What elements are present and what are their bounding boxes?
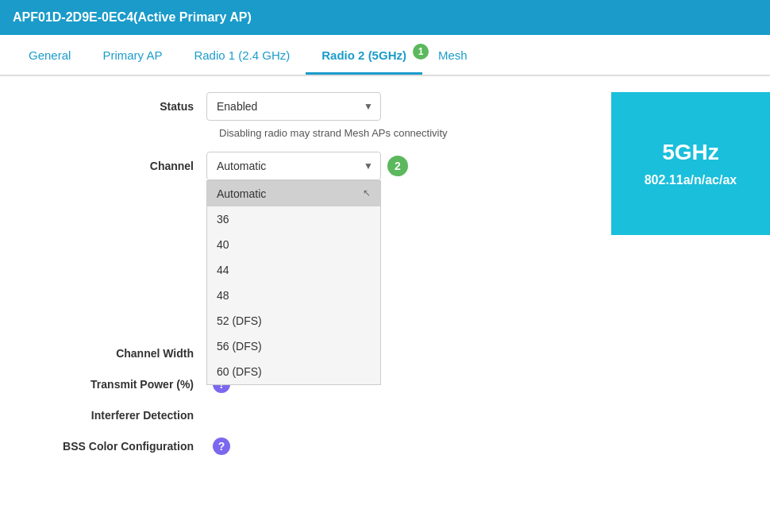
channel-select[interactable]: Automatic (206, 152, 381, 180)
interferer-detection-label: Interferer Detection (32, 409, 206, 422)
channel-option-60-dfs[interactable]: 60 (DFS) (207, 359, 380, 384)
channel-option-48[interactable]: 48 (207, 283, 380, 308)
bss-color-row: BSS Color Configuration ? (32, 438, 579, 455)
tab-radio1[interactable]: Radio 1 (2.4 GHz) (178, 37, 306, 73)
status-warning: Disabling radio may strand Mesh APs conn… (219, 127, 579, 139)
app-header: APF01D-2D9E-0EC4(Active Primary AP) (0, 0, 770, 35)
interferer-detection-row: Interferer Detection (32, 409, 579, 422)
bss-color-label: BSS Color Configuration (32, 440, 206, 453)
side-panel-standard: 802.11a/n/ac/ax (645, 173, 737, 187)
tab-primary-ap[interactable]: Primary AP (87, 37, 178, 73)
channel-option-automatic[interactable]: Automatic ↖ (207, 181, 380, 206)
tab-radio2[interactable]: Radio 2 (5GHz) 1 (306, 37, 422, 73)
tab-general[interactable]: General (13, 37, 87, 73)
channel-row: Channel Automatic ▼ Automatic ↖ 36 (32, 152, 579, 180)
status-control: Enabled ▼ (206, 92, 381, 121)
channel-option-36[interactable]: 36 (207, 206, 380, 232)
channel-option-44[interactable]: 44 (207, 257, 380, 283)
tab-bar: General Primary AP Radio 1 (2.4 GHz) Rad… (0, 35, 770, 76)
status-select[interactable]: Enabled (206, 92, 381, 121)
transmit-power-label: Transmit Power (%) (32, 378, 206, 391)
channel-dropdown-menu[interactable]: Automatic ↖ 36 40 44 48 (206, 180, 381, 385)
channel-width-label: Channel Width (32, 347, 206, 360)
channel-option-40[interactable]: 40 (207, 232, 380, 257)
content-area: Status Enabled ▼ Disabling radio may str… (0, 76, 770, 471)
channel-option-56-dfs[interactable]: 56 (DFS) (207, 333, 380, 359)
side-panel-frequency: 5GHz (662, 140, 719, 165)
channel-badge: 2 (387, 156, 408, 176)
status-select-wrapper: Enabled ▼ (206, 92, 381, 121)
channel-option-52-dfs[interactable]: 52 (DFS) (207, 308, 380, 333)
cursor-icon: ↖ (363, 187, 371, 199)
channel-label: Channel (32, 160, 206, 172)
tab-mesh[interactable]: Mesh (422, 37, 483, 73)
status-label: Status (32, 100, 206, 113)
side-panel: 5GHz 802.11a/n/ac/ax (611, 92, 770, 235)
bss-color-help[interactable]: ? (213, 438, 230, 455)
bss-color-control: ? (206, 438, 230, 455)
channel-control: Automatic ▼ Automatic ↖ 36 40 (206, 152, 408, 180)
header-title: APF01D-2D9E-0EC4(Active Primary AP) (13, 10, 252, 25)
channel-select-wrapper: Automatic ▼ Automatic ↖ 36 40 (206, 152, 381, 180)
form-area: Status Enabled ▼ Disabling radio may str… (0, 92, 611, 471)
status-row: Status Enabled ▼ (32, 92, 579, 121)
